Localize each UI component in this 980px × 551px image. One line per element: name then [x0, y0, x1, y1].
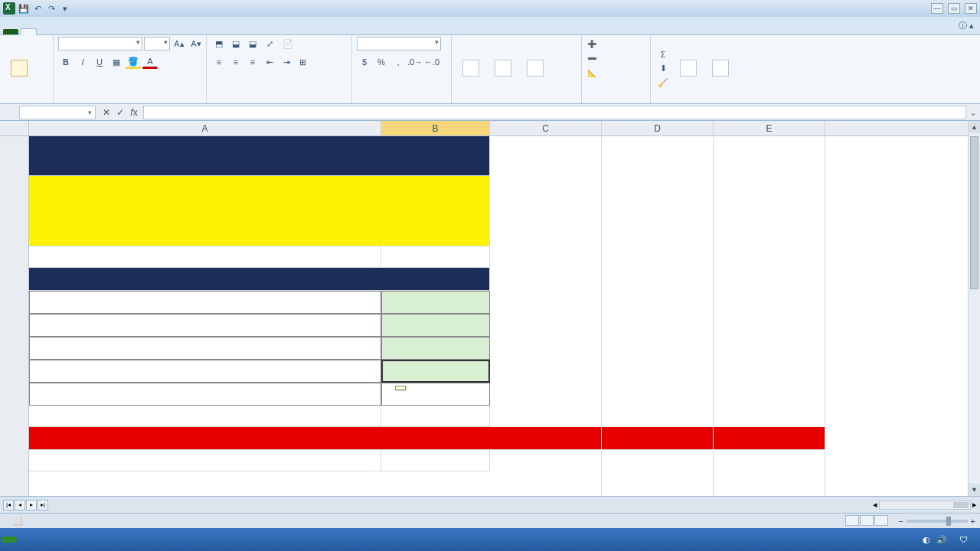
font-color-button[interactable]: A — [142, 55, 158, 69]
conditional-formatting-button[interactable] — [456, 58, 485, 80]
border-button[interactable]: ▦ — [109, 55, 124, 69]
scroll-down-icon[interactable]: ▼ — [969, 484, 980, 496]
fx-icon[interactable]: fx — [128, 107, 140, 118]
cell-b6[interactable] — [381, 314, 490, 337]
align-center-icon[interactable]: ≡ — [228, 55, 243, 69]
tab-home[interactable] — [20, 28, 37, 35]
comma-icon[interactable]: , — [390, 55, 406, 69]
hscroll-left-icon[interactable]: ◂ — [873, 500, 877, 510]
tab-insert[interactable] — [38, 29, 54, 34]
col-header-a[interactable]: A — [29, 121, 381, 135]
tab-addins[interactable] — [156, 29, 172, 34]
cell-a8[interactable] — [29, 360, 381, 383]
font-name-combo[interactable] — [58, 37, 142, 51]
sort-filter-button[interactable] — [674, 58, 703, 80]
save-icon[interactable]: 💾 — [18, 3, 29, 14]
fill-icon[interactable]: ⬇ — [655, 62, 671, 76]
currency-icon[interactable]: $ — [357, 55, 372, 69]
decrease-decimal-icon[interactable]: ←.0 — [424, 55, 439, 69]
format-cells-button[interactable]: 📐 — [586, 66, 597, 80]
formula-input[interactable] — [143, 106, 966, 119]
orientation-icon[interactable]: ⤢ — [262, 37, 277, 51]
percent-icon[interactable]: % — [374, 55, 389, 69]
enter-formula-icon[interactable]: ✓ — [114, 107, 126, 118]
col-header-b[interactable]: B — [381, 121, 490, 135]
cell-b12[interactable] — [381, 450, 490, 471]
sheet-nav-last-icon[interactable]: ▸| — [38, 500, 48, 510]
cell-a2[interactable] — [29, 176, 490, 246]
start-button[interactable] — [2, 536, 17, 543]
indent-dec-icon[interactable]: ⇤ — [262, 55, 277, 69]
cell-styles-button[interactable] — [521, 58, 550, 80]
cell-a3[interactable] — [29, 246, 381, 268]
name-box[interactable] — [19, 106, 96, 119]
fill-color-button[interactable]: 🪣 — [126, 55, 141, 69]
cell-a1[interactable] — [29, 136, 490, 176]
insert-cells-button[interactable]: ➕ — [586, 37, 597, 51]
increase-decimal-icon[interactable]: .0→ — [407, 55, 423, 69]
col-header-d[interactable]: D — [602, 121, 714, 135]
font-size-combo[interactable] — [144, 37, 170, 51]
scroll-up-icon[interactable]: ▲ — [969, 121, 980, 133]
tab-view[interactable] — [122, 29, 138, 34]
align-bottom-icon[interactable]: ⬓ — [245, 37, 260, 51]
decrease-font-icon[interactable]: A▾ — [188, 37, 204, 51]
cell-a5[interactable] — [29, 291, 381, 314]
cell-a9[interactable] — [29, 383, 381, 406]
bold-button[interactable]: B — [58, 55, 74, 69]
align-middle-icon[interactable]: ⬓ — [228, 37, 243, 51]
macro-record-icon[interactable]: ⬜ — [12, 516, 23, 526]
indent-inc-icon[interactable]: ⇥ — [279, 55, 294, 69]
col-header-c[interactable]: C — [490, 121, 602, 135]
merge-center-button[interactable]: ⊞ — [296, 55, 310, 69]
redo-icon[interactable]: ↷ — [46, 3, 57, 14]
horizontal-scrollbar[interactable] — [879, 500, 971, 510]
ribbon-help-icon[interactable]: ⓘ ▴ — [952, 17, 980, 34]
qat-more-icon[interactable]: ▾ — [60, 3, 70, 14]
wrap-text-button[interactable]: 📄 — [279, 37, 297, 51]
clear-icon[interactable]: 🧹 — [655, 77, 671, 90]
align-top-icon[interactable]: ⬒ — [211, 37, 227, 51]
zoom-in-icon[interactable]: + — [971, 517, 975, 526]
italic-button[interactable]: I — [75, 55, 90, 69]
col-header-e[interactable]: E — [714, 121, 825, 135]
expand-formula-bar-icon[interactable]: ⌄ — [966, 107, 980, 118]
find-select-button[interactable] — [706, 58, 735, 80]
paste-button[interactable] — [5, 58, 34, 80]
cell-b10[interactable] — [381, 406, 490, 427]
delete-cells-button[interactable]: ➖ — [586, 51, 597, 65]
system-tray[interactable]: ◐🔊🛡 — [918, 535, 978, 545]
cell-b8-active[interactable] — [381, 360, 490, 383]
number-format-combo[interactable] — [357, 37, 441, 51]
minimize-button[interactable]: — — [931, 3, 943, 14]
zoom-slider[interactable] — [906, 520, 968, 523]
sheet-nav-next-icon[interactable]: ▸ — [26, 500, 37, 510]
zoom-out-icon[interactable]: − — [898, 517, 903, 526]
autosum-icon[interactable]: Σ — [655, 47, 671, 61]
cell-a10[interactable] — [29, 406, 381, 427]
scroll-thumb[interactable] — [970, 136, 978, 289]
vertical-scrollbar[interactable]: ▲ ▼ — [968, 121, 980, 496]
cell-a6[interactable] — [29, 314, 381, 337]
tab-page-layout[interactable] — [55, 29, 70, 34]
cell-a12[interactable] — [29, 450, 381, 471]
sheet-nav-first-icon[interactable]: |◂ — [3, 500, 14, 510]
sheet-nav-prev-icon[interactable]: ◂ — [15, 500, 25, 510]
tab-data[interactable] — [89, 29, 104, 34]
select-all-button[interactable] — [0, 121, 29, 135]
cell-b7[interactable] — [381, 337, 490, 360]
cell-a7[interactable] — [29, 337, 381, 360]
cell-a4[interactable] — [29, 268, 490, 291]
hscroll-right-icon[interactable]: ▸ — [972, 500, 977, 510]
restore-button[interactable]: ▭ — [948, 3, 960, 14]
view-buttons[interactable] — [845, 515, 889, 527]
align-right-icon[interactable]: ≡ — [245, 55, 260, 69]
worksheet-grid[interactable]: A B C D E — [0, 121, 980, 496]
cell-b3[interactable] — [381, 246, 490, 268]
tab-file[interactable] — [3, 29, 18, 34]
undo-icon[interactable]: ↶ — [32, 3, 43, 14]
tab-developer[interactable] — [139, 29, 155, 34]
cell-b5[interactable] — [381, 291, 490, 314]
underline-button[interactable]: U — [92, 55, 107, 69]
cancel-formula-icon[interactable]: ✕ — [100, 107, 113, 118]
